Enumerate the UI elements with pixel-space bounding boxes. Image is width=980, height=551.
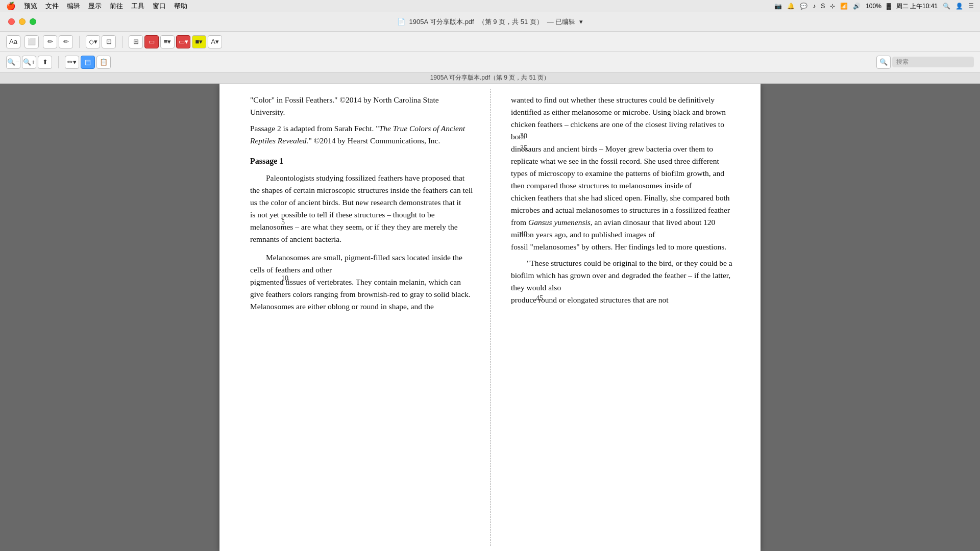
sketch-tool-button[interactable]: ✏ [43, 35, 57, 48]
right-text-mid: dinosaurs and ancient birds – Moyer grew… [511, 144, 724, 190]
passage1-heading: Passage 1 [250, 155, 475, 168]
line-30-number: 30 [520, 131, 527, 142]
pdf-content: "Color" in Fossil Feathers." ©2014 by No… [219, 84, 761, 551]
annotation-tool-group: ✏ ✏ [43, 35, 73, 48]
shape-button[interactable]: ◇▾ [86, 35, 100, 48]
window-title: 📄 1905A 可分享版本.pdf （第 9 页，共 51 页） — 已编辑 ▾ [397, 17, 583, 27]
edit-pencil-button[interactable]: ✏▾ [65, 56, 79, 69]
line-40-number: 40 [520, 229, 527, 240]
right-column: wanted to find out whether these structu… [490, 89, 761, 546]
passage1-para2: Melanosomes are small, pigment-filled sa… [250, 252, 475, 276]
notification-icon: 🔔 [787, 3, 795, 10]
spotlight-icon[interactable]: 🔍 [943, 3, 950, 10]
dropdown-chevron-icon[interactable]: ▾ [579, 18, 583, 26]
shape-tool-group: ◇▾ ⊡ [86, 35, 116, 48]
maximize-button[interactable] [30, 18, 36, 25]
selection-tool-group: ⬜ [24, 35, 39, 48]
right-italic-genus: Gansus yumenensis [528, 218, 591, 227]
source-line-2: Passage 2 is adapted from Sarah Fecht. "… [250, 122, 475, 147]
close-button[interactable] [8, 18, 15, 25]
markup-tool-group: ⊞ ▭ ≡▾ ▭▾ ■▾ A▾ [129, 35, 222, 48]
toolbar-separator-3 [58, 56, 59, 68]
line-10-number: 10 [265, 273, 288, 284]
line-45-number: 45 [520, 293, 543, 304]
text-tool-group: Aa [6, 35, 20, 48]
music-icon: ♪ [813, 3, 816, 10]
menu-go[interactable]: 前往 [110, 2, 123, 11]
border-color-button[interactable]: ▭▾ [176, 35, 190, 48]
right-quote-text: "These structures could be original to t… [511, 259, 732, 292]
search-pdf-button[interactable]: 🔍 [876, 56, 891, 69]
page-indicator-bar: 1905A 可分享版本.pdf（第 9 页，共 51 页） [0, 72, 980, 84]
volume-icon: 🔊 [853, 3, 861, 10]
right-quote: "These structures could be original to t… [511, 257, 735, 294]
right-text-start: wanted to find out whether these structu… [511, 95, 726, 141]
passage1-para1: Paleontologists studying fossilized feat… [250, 172, 475, 209]
source-line-1: "Color" in Fossil Feathers." ©2014 by No… [250, 94, 475, 118]
menu-file[interactable]: 文件 [45, 2, 59, 11]
menu-edit[interactable]: 编辑 [67, 2, 80, 11]
menu-view[interactable]: 显示 [88, 2, 102, 11]
rectangle-select-button[interactable]: ⬜ [24, 35, 39, 48]
source-2-intro: Passage 2 is adapted from Sarah Fecht. " [250, 124, 379, 133]
wechat-icon: 💬 [800, 3, 807, 10]
zoom-in-button[interactable]: 🔍+ [22, 56, 36, 69]
title-bar: 📄 1905A 可分享版本.pdf （第 9 页，共 51 页） — 已编辑 ▾ [0, 12, 980, 32]
menu-tools[interactable]: 工具 [131, 2, 144, 11]
toolbar-separator-1 [79, 36, 80, 48]
right-text-mid4: fossil "melanosomes" by others. Her find… [511, 242, 726, 251]
right-para-start: wanted to find out whether these structu… [511, 94, 735, 143]
traffic-lights [8, 18, 36, 25]
border-button[interactable]: ▭ [144, 35, 159, 48]
menu-help[interactable]: 帮助 [174, 2, 187, 11]
line-5-number: 5 [265, 217, 285, 228]
control-center-icon[interactable]: ☰ [968, 3, 974, 10]
toolbar-2: 🔍− 🔍+ ⬆ ✏▾ ▤ 📋 🔍 搜索 [0, 52, 980, 72]
menu-bar-right: 📷 🔔 💬 ♪ S ⊹ 📶 🔊 100% ▓ 周二 上午10:41 🔍 👤 ☰ [774, 2, 974, 11]
menu-preview[interactable]: 预览 [24, 2, 37, 11]
pdf-file-icon: 📄 [397, 18, 405, 26]
page-indicator-text: 1905A 可分享版本.pdf（第 9 页，共 51 页） [430, 73, 550, 82]
menu-window[interactable]: 窗口 [153, 2, 166, 11]
minimize-button[interactable] [19, 18, 26, 25]
content-area: "Color" in Fossil Feathers." ©2014 by No… [0, 84, 980, 551]
wifi-icon: 📶 [840, 3, 848, 10]
left-column: "Color" in Fossil Feathers." ©2014 by No… [219, 89, 490, 546]
search-input[interactable]: 搜索 [892, 57, 974, 67]
line-35-number: 35 [520, 143, 527, 154]
apple-logo-icon[interactable]: 🍎 [6, 2, 16, 11]
toolbar-separator-2 [122, 36, 122, 48]
toolbar-1: Aa ⬜ ✏ ✏ ◇▾ ⊡ ⊞ ▭ ≡▾ ▭▾ ■▾ A▾ [0, 32, 980, 52]
smart-select-button[interactable]: ⊡ [102, 35, 116, 48]
search-group: 🔍 搜索 [876, 56, 974, 69]
menu-bar: 🍎 预览 文件 编辑 显示 前往 工具 窗口 帮助 📷 🔔 💬 ♪ S ⊹ 📶 … [0, 0, 980, 12]
battery-icon: ▓ [887, 3, 891, 10]
right-quote-cont: produce round or elongated structures th… [511, 294, 735, 306]
pdf-page: "Color" in Fossil Feathers." ©2014 by No… [219, 84, 761, 551]
link-button[interactable]: ⊞ [129, 35, 143, 48]
bluetooth-icon: ⊹ [830, 3, 835, 10]
edit-mode-button[interactable]: ▤ [81, 56, 95, 69]
user-icon: 👤 [955, 3, 963, 10]
right-para-mid: dinosaurs and ancient birds – Moyer grew… [511, 143, 735, 192]
font-color-button[interactable]: A▾ [208, 35, 222, 48]
edit-tool-group: ✏▾ ▤ 📋 [65, 56, 111, 69]
zoom-out-button[interactable]: 🔍− [6, 56, 20, 69]
passage1-text-1: Paleontologists studying fossilized feat… [250, 173, 473, 207]
text-tool-button[interactable]: Aa [6, 35, 20, 48]
passage1-para2-text: Melanosomes are small, pigment-filled sa… [250, 253, 462, 274]
fill-color-button[interactable]: ■▾ [192, 35, 206, 48]
screen-record-icon: 📷 [774, 3, 782, 10]
page-info: （第 9 页，共 51 页） [478, 17, 543, 27]
clipboard-button[interactable]: 📋 [96, 56, 111, 69]
datetime: 周二 上午10:41 [896, 2, 938, 11]
right-para-mid4: fossil "melanosomes" by others. Her find… [511, 241, 735, 253]
source-2-end: " ©2014 by Hearst Communications, Inc. [308, 136, 440, 145]
menu-bar-left: 🍎 预览 文件 编辑 显示 前往 工具 窗口 帮助 [6, 2, 187, 11]
right-para-mid2: chicken feathers that she had sliced ope… [511, 192, 735, 241]
source-1-text: "Color" in Fossil Feathers." ©2014 by No… [250, 95, 439, 116]
align-button[interactable]: ≡▾ [160, 35, 175, 48]
edit-status: — 已编辑 [547, 17, 576, 27]
draw-tool-button[interactable]: ✏ [59, 35, 73, 48]
share-button[interactable]: ⬆ [38, 56, 52, 69]
